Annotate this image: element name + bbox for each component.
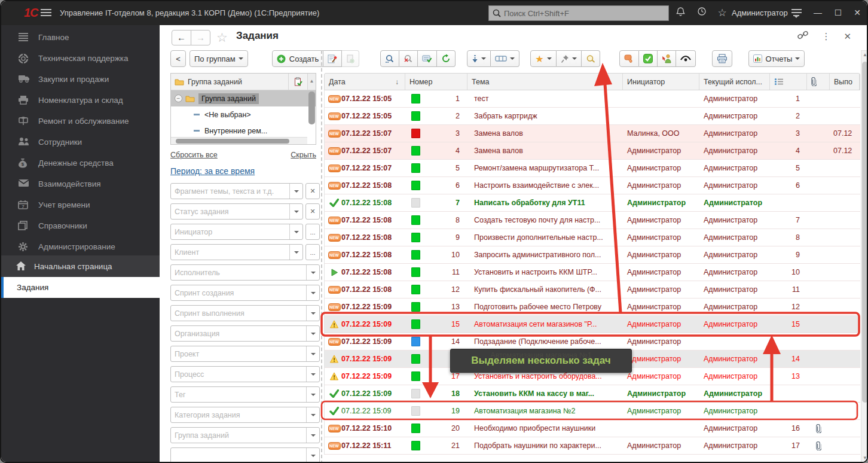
filter-input[interactable] [171, 248, 289, 257]
clear-filter-button[interactable]: ✕ [305, 183, 320, 199]
sidebar-item-main[interactable]: Главное [1, 27, 160, 48]
filter-combo-button[interactable] [306, 326, 319, 341]
filter-combo-button[interactable] [306, 428, 319, 443]
column-header-5[interactable]: Текущий испол... [699, 74, 770, 90]
filter-combo-button[interactable] [306, 265, 319, 280]
filter-combo-button[interactable] [289, 184, 302, 199]
tree-scroll-up[interactable]: ▲ [307, 74, 316, 90]
table-row[interactable]: 07.12.22 15:09 15 Автоматизация сети маг… [325, 316, 860, 333]
sidebar-item-home[interactable]: Начальная страница [1, 255, 160, 277]
scroll-down-arrow[interactable]: ▼ [861, 454, 868, 462]
table-row[interactable]: NEW07.12.22 15:11 21 Подобрать наушники … [325, 437, 860, 455]
filter-combo-button[interactable] [289, 245, 302, 260]
table-row[interactable]: NEW07.12.22 15:07 3 Замена валов Малинка… [325, 125, 860, 142]
table-row[interactable]: NEW07.12.22 15:10 20 Необходимо приобрес… [325, 420, 860, 437]
reports-dropdown[interactable]: Отчеты [748, 50, 805, 67]
table-row[interactable]: 07.12.22 15:09 19 Автоматизация магазина… [325, 403, 860, 420]
sidebar-item-money[interactable]: $ Денежные средства [1, 153, 160, 173]
table-row[interactable]: NEW07.12.22 15:08 6 Настроить взаимодейс… [325, 177, 860, 194]
window-maximize-button[interactable]: ☐ [830, 6, 846, 19]
filter-input[interactable] [171, 411, 306, 419]
column-header-6[interactable] [770, 74, 807, 90]
get-link-icon[interactable] [797, 31, 808, 42]
print-button[interactable] [712, 50, 732, 67]
hide-filters-link[interactable]: Скрыть [291, 151, 316, 159]
filter-combo-button[interactable] [306, 346, 319, 361]
tree-vertical-scrollbar[interactable] [308, 92, 315, 124]
table-row[interactable]: NEW07.12.22 15:09 14 Подзадание (Подключ… [325, 333, 860, 351]
filter-combo-button[interactable] [306, 448, 319, 463]
load-more-dropdown[interactable] [467, 50, 491, 67]
pin-dropdown[interactable] [557, 50, 582, 67]
cancel-search-button[interactable] [399, 50, 418, 67]
table-row[interactable]: NEW07.12.22 15:05 1 тест Администратор 1 [325, 90, 860, 108]
sidebar-item-mail[interactable]: Взаимодействия [1, 173, 160, 194]
sidebar-item-stock[interactable]: Номенклатура и склад [1, 90, 160, 111]
close-page-icon[interactable]: ✕ [843, 31, 851, 42]
table-row[interactable]: NEW07.12.22 15:09 13 Подготовить рабочее… [325, 298, 860, 316]
table-row[interactable]: NEW07.12.22 15:08 12 Купить фискальный н… [325, 281, 860, 298]
sidebar-item-staff[interactable]: Сотрудники [1, 132, 160, 153]
back-button[interactable]: ← [172, 30, 191, 45]
column-header-8[interactable]: Выпо [830, 74, 860, 90]
table-row[interactable]: 07.12.22 15:08 11 Установить и настроить… [325, 264, 860, 281]
favorite-page-star-icon[interactable]: ☆ [216, 31, 228, 45]
sidebar-item-repair[interactable]: Ремонт и обслуживание [1, 111, 160, 132]
filter-input[interactable] [171, 370, 306, 379]
filter-combo-button[interactable] [306, 306, 319, 321]
column-header-2[interactable]: Номер [405, 74, 467, 90]
sidebar-item-refs[interactable]: Справочники [1, 215, 160, 236]
filter-input[interactable] [171, 431, 306, 440]
filter-input[interactable] [171, 452, 306, 460]
filter-combo-button[interactable] [289, 204, 302, 219]
period-link[interactable]: Период: за все время [170, 166, 255, 176]
importance-star-dropdown[interactable]: ★ [530, 50, 556, 67]
filter-combo-button[interactable] [306, 367, 319, 382]
filter-input[interactable] [171, 330, 306, 338]
table-row[interactable]: NEW07.12.22 15:07 5 Ремонт/замена маршру… [325, 160, 860, 177]
filter-input[interactable] [171, 269, 306, 277]
filter-combo-button[interactable] [306, 285, 319, 300]
create-wizard-button[interactable] [323, 50, 342, 67]
tree-check-column-header[interactable] [288, 74, 307, 90]
create-button[interactable]: Создать [272, 50, 323, 67]
column-header-1[interactable]: Дата↓ [325, 74, 405, 90]
sidebar-item-support[interactable]: Техническая поддержка [1, 48, 160, 69]
scroll-up-arrow[interactable]: ▲ [861, 51, 868, 59]
view-mode-dropdown[interactable] [491, 50, 519, 67]
notifications-bell-icon[interactable] [673, 7, 687, 18]
sidebar-item-time[interactable]: 7 Учет времени [1, 194, 160, 215]
redirect-task-button[interactable] [658, 50, 676, 67]
global-search-input[interactable]: Поиск Ctrl+Shift+F [488, 5, 669, 21]
table-row[interactable]: NEW07.12.22 15:08 10 Запросить администр… [325, 246, 860, 264]
filter-input[interactable] [171, 228, 289, 236]
view-settings-icon[interactable] [791, 9, 802, 20]
table-row[interactable]: NEW07.12.22 15:08 8 Создать тестовую поч… [325, 212, 860, 229]
clear-filter-button[interactable]: ✕ [305, 203, 320, 220]
filter-input[interactable] [171, 187, 289, 196]
tree-expander-icon[interactable]: − [175, 95, 182, 102]
table-row[interactable]: NEW07.12.22 15:07 4 Замена валов Админис… [325, 142, 860, 160]
table-row[interactable]: 07.12.22 15:08 7 Написать обработку для … [325, 194, 860, 212]
forward-button[interactable]: → [191, 30, 210, 45]
tree-header-cell[interactable]: Группа заданий [171, 78, 288, 86]
decline-task-button[interactable] [619, 50, 639, 67]
filter-input[interactable] [171, 289, 306, 297]
reset-all-filters-link[interactable]: Сбросить все [170, 151, 218, 159]
column-header-3[interactable]: Тема [467, 74, 623, 90]
filter-combo-button[interactable] [306, 407, 319, 422]
panel-splitter[interactable] [321, 50, 322, 463]
tree-row[interactable]: Внутренние рем... [171, 123, 316, 139]
choose-value-button[interactable]: ... [305, 224, 320, 240]
table-vertical-scrollbar[interactable]: ▲ ▼ [861, 50, 868, 463]
tree-row[interactable]: − Группа заданий [171, 90, 316, 106]
group-by-dropdown[interactable]: По группам [190, 50, 248, 67]
sidebar-item-sales[interactable]: Закупки и продажи [1, 69, 160, 90]
kebab-menu-icon[interactable]: ⋮ [821, 31, 830, 42]
scrollbar-thumb[interactable] [862, 62, 868, 403]
column-header-4[interactable]: Инициатор [623, 74, 699, 90]
window-close-button[interactable]: ✕ [849, 6, 866, 19]
monitor-button[interactable] [582, 50, 600, 67]
hamburger-menu-icon[interactable] [41, 9, 51, 17]
filter-input[interactable] [171, 391, 306, 399]
